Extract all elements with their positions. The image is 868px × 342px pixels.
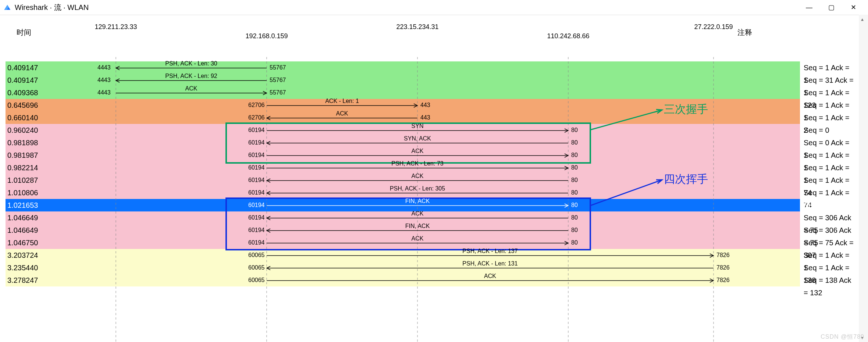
- window-controls: — ▢ ✕: [798, 0, 864, 15]
- row-comment: Seq = 138 Ack = 132: [804, 274, 855, 299]
- node-label-1: 192.168.0.159: [245, 32, 288, 40]
- row-info: ACK: [336, 111, 348, 117]
- flow-row[interactable]: 0.409147Seq = 31 Ack = 1444355767PSH, AC…: [6, 74, 857, 86]
- row-arrow: [267, 167, 568, 171]
- row-info: FIN, ACK: [405, 198, 430, 204]
- flow-row[interactable]: 1.010806Seq = 1 Ack = 746019480PSH, ACK …: [6, 186, 857, 199]
- row-time: 0.409368: [7, 86, 38, 99]
- row-info: SYN, ACK: [404, 136, 431, 142]
- row-right-port: 7826: [716, 274, 730, 286]
- flow-row[interactable]: 0.982214Seq = 1 Ack = 16019480PSH, ACK -…: [6, 161, 857, 174]
- row-left-port: 60065: [248, 249, 265, 261]
- flow-row[interactable]: 0.409368Seq = 1 Ack = 123444355767ACK: [6, 86, 857, 99]
- row-right-port: 7826: [716, 249, 730, 261]
- row-left-port: 62706: [248, 111, 265, 124]
- row-info: PSH, ACK - Len: 131: [462, 261, 517, 267]
- row-left-port: 60194: [248, 211, 265, 224]
- close-button[interactable]: ✕: [842, 0, 864, 15]
- flow-rows: 0.409147Seq = 1 Ack = 1444355767PSH, ACK…: [6, 61, 857, 286]
- row-right-port: 7826: [716, 261, 730, 274]
- row-arrow: [267, 229, 568, 234]
- row-time: 1.046649: [7, 211, 38, 224]
- row-right-port: 80: [571, 149, 578, 161]
- flow-row[interactable]: 3.203724Seq = 1 Ack = 1600657826PSH, ACK…: [6, 249, 857, 261]
- row-time: 0.960240: [7, 124, 38, 136]
- row-time: 1.010806: [7, 186, 38, 199]
- flow-row[interactable]: 1.046750Seq = 75 Ack = 3076019480ACK: [6, 236, 857, 249]
- flow-row[interactable]: 3.235440Seq = 1 Ack = 138600657826PSH, A…: [6, 261, 857, 274]
- flow-row[interactable]: 1.021653Seq = 74 Ack = 3066019480FIN, AC…: [6, 199, 857, 211]
- row-time: 0.645696: [7, 99, 38, 111]
- row-arrow: [267, 117, 417, 121]
- flow-row[interactable]: 1.010287Seq = 1 Ack = 746019480ACK: [6, 174, 857, 186]
- flow-row[interactable]: 0.409147Seq = 1 Ack = 1444355767PSH, ACK…: [6, 61, 857, 74]
- flow-row[interactable]: 0.645696Seq = 1 Ack = 162706443ACK - Len…: [6, 99, 857, 111]
- row-info: PSH, ACK - Len: 92: [165, 73, 217, 79]
- row-left-port: 60194: [248, 174, 265, 186]
- row-arrow: [116, 79, 267, 83]
- flow-row[interactable]: 0.981898Seq = 0 Ack = 16019480SYN, ACK: [6, 136, 857, 149]
- node-label-2: 223.15.234.31: [396, 23, 438, 31]
- row-right-port: 80: [571, 199, 578, 211]
- row-right-port: 55767: [270, 61, 286, 74]
- row-left-port: 4443: [97, 61, 111, 74]
- window-title: Wireshark · 流 · WLAN: [15, 3, 89, 13]
- annotation-handshake: 三次握手: [664, 102, 708, 117]
- row-right-port: 80: [571, 124, 578, 136]
- row-arrow: [267, 179, 568, 184]
- row-left-port: 60194: [248, 224, 265, 236]
- row-arrow: [267, 217, 568, 221]
- row-right-port: 80: [571, 186, 578, 199]
- row-left-port: 60194: [248, 199, 265, 211]
- row-time: 0.409147: [7, 61, 38, 74]
- flow-graph: 时间 注释 129.211.23.33192.168.0.159223.15.2…: [0, 15, 868, 342]
- flow-row[interactable]: 1.046649Seq = 306 Ack = 756019480ACK: [6, 211, 857, 224]
- row-right-port: 443: [420, 99, 430, 111]
- flow-row[interactable]: 0.660140Seq = 1 Ack = 262706443ACK: [6, 111, 857, 124]
- row-info: ACK: [484, 273, 496, 279]
- row-arrow: [267, 154, 568, 158]
- row-time: 0.409147: [7, 74, 38, 86]
- row-right-port: 80: [571, 224, 578, 236]
- row-info: ACK: [412, 173, 424, 179]
- node-label-0: 129.211.23.33: [95, 23, 137, 31]
- row-left-port: 4443: [97, 86, 111, 99]
- flow-row[interactable]: 0.960240Seq = 06019480SYN: [6, 124, 857, 136]
- row-left-port: 60194: [248, 149, 265, 161]
- row-left-port: 4443: [97, 74, 111, 86]
- row-info: PSH, ACK - Len: 305: [390, 186, 445, 192]
- row-time: 1.010287: [7, 174, 38, 186]
- flow-row[interactable]: 1.046649Seq = 306 Ack = 756019480FIN, AC…: [6, 224, 857, 236]
- flow-row[interactable]: 3.278247Seq = 138 Ack = 132600657826ACK: [6, 274, 857, 286]
- row-info: FIN, ACK: [405, 223, 430, 229]
- row-arrow: [267, 267, 714, 271]
- row-time: 1.021653: [7, 199, 38, 211]
- row-time: 0.660140: [7, 111, 38, 124]
- row-arrow: [267, 242, 568, 246]
- row-left-port: 60194: [248, 136, 265, 149]
- row-right-port: 55767: [270, 86, 286, 99]
- row-right-port: 80: [571, 174, 578, 186]
- title-bar: Wireshark · 流 · WLAN — ▢ ✕: [0, 0, 868, 15]
- row-info: ACK: [185, 86, 198, 92]
- row-time: 0.981987: [7, 149, 38, 161]
- row-arrow: [267, 254, 714, 259]
- row-left-port: 60194: [248, 124, 265, 136]
- row-left-port: 60194: [248, 186, 265, 199]
- row-arrow: [267, 192, 568, 196]
- comment-column-header: 注释: [737, 28, 752, 38]
- row-left-port: 62706: [248, 99, 265, 111]
- row-right-port: 443: [420, 111, 430, 124]
- watermark: CSDN @恒789: [821, 333, 864, 341]
- row-info: ACK - Len: 1: [325, 98, 359, 104]
- row-info: PSH, ACK - Len: 30: [165, 61, 217, 67]
- flow-row[interactable]: 0.981987Seq = 1 Ack = 16019480ACK: [6, 149, 857, 161]
- time-column-header: 时间: [17, 28, 31, 38]
- row-info: PSH, ACK - Len: 73: [391, 161, 443, 167]
- row-arrow: [267, 204, 568, 209]
- node-label-4: 27.222.0.159: [694, 23, 733, 31]
- maximize-button[interactable]: ▢: [820, 0, 842, 15]
- row-info: PSH, ACK - Len: 137: [462, 248, 517, 254]
- row-time: 0.982214: [7, 161, 38, 174]
- minimize-button[interactable]: —: [798, 0, 820, 15]
